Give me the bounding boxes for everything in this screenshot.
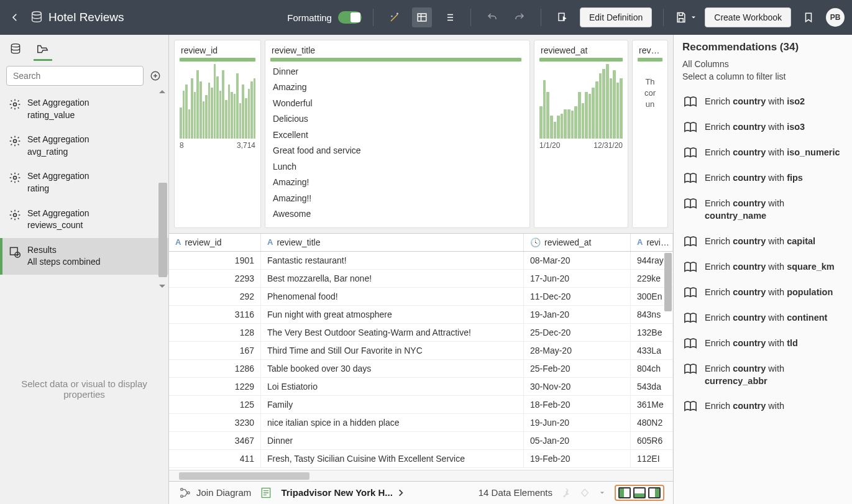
undo-button[interactable] xyxy=(482,7,502,27)
book-icon xyxy=(684,121,697,134)
save-button[interactable] xyxy=(675,11,697,24)
formatting-toggle[interactable] xyxy=(338,11,362,24)
top-bar: Hotel Reviews Formatting Edit Definition… xyxy=(0,0,852,35)
page-title: Hotel Reviews xyxy=(48,11,124,24)
recommendation-item[interactable]: Enrich country with fips xyxy=(682,165,843,191)
profile-review-id[interactable]: review_id 83,714 xyxy=(174,40,261,228)
dataset-title: Hotel Reviews xyxy=(30,11,124,24)
table-row[interactable]: 1901Fantastic restaurant!08-Mar-20944ray xyxy=(169,252,673,270)
database-icon xyxy=(30,11,44,24)
table-row[interactable]: 1286Table booked over 30 days25-Feb-2080… xyxy=(169,360,673,378)
table-row[interactable]: 1229Loi Estiatorio30-Nov-20543da xyxy=(169,378,673,396)
recommendation-item[interactable]: Enrich country with tld xyxy=(682,331,843,356)
column-header-review-title[interactable]: Areview_title xyxy=(261,234,524,251)
column-header-reviewed-at[interactable]: 🕓reviewed_at xyxy=(524,234,631,251)
steps-tab[interactable] xyxy=(35,41,51,57)
column-header-review-id[interactable]: Areview_id xyxy=(169,234,261,251)
table-row[interactable]: 3230nice italian spice in a hidden place… xyxy=(169,414,673,432)
table-row[interactable]: 3116Fun night with great atmosphere19-Ja… xyxy=(169,306,673,324)
formatting-toggle-wrap: Formatting xyxy=(287,11,362,24)
main-content: review_id 83,714 review_title DinnerAmaz… xyxy=(169,35,673,504)
book-icon xyxy=(684,236,697,248)
chevron-right-icon xyxy=(396,488,405,497)
create-workbook-button[interactable]: Create Workbook xyxy=(705,7,791,27)
svg-point-12 xyxy=(181,495,183,498)
edit-definition-button[interactable]: Edit Definition xyxy=(580,7,652,27)
table-row[interactable]: 292Phenomenal food!11-Dec-20300En xyxy=(169,288,673,306)
chevron-down-icon xyxy=(690,14,697,21)
svg-point-7 xyxy=(14,176,17,180)
table-row[interactable]: 125Family18-Feb-20361Me xyxy=(169,396,673,414)
search-input[interactable] xyxy=(6,66,144,86)
truncated-note: Thcorun xyxy=(633,64,667,123)
table-row[interactable]: 3467Dinner05-Jan-20605R6 xyxy=(169,432,673,450)
pin-icon[interactable] xyxy=(561,488,571,498)
recommendation-item[interactable]: Enrich country with capital xyxy=(682,229,843,254)
recommendation-item[interactable]: Enrich country with population xyxy=(682,280,843,305)
user-avatar[interactable]: PB xyxy=(826,8,845,27)
table-view-button[interactable] xyxy=(412,7,432,27)
table-row[interactable]: 411Fresh, Tasty Sicilian Cuisine With Ex… xyxy=(169,450,673,468)
left-sidebar: Set Aggregationrating_valueSet Aggregati… xyxy=(0,35,169,504)
toggle-left-panel[interactable] xyxy=(618,487,631,498)
refresh-icon[interactable] xyxy=(580,488,590,498)
recommendation-item[interactable]: Enrich country with continent xyxy=(682,305,843,331)
toggle-right-panel[interactable] xyxy=(648,487,661,498)
gear-icon xyxy=(9,172,21,184)
book-icon xyxy=(684,363,697,375)
panel-layout-toggles xyxy=(615,485,664,501)
formatting-label: Formatting xyxy=(287,12,332,23)
svg-point-11 xyxy=(181,488,183,491)
dropdown-icon[interactable] xyxy=(598,489,606,497)
add-step-button[interactable] xyxy=(149,69,162,83)
book-icon xyxy=(684,96,697,108)
scroll-down-icon[interactable] xyxy=(158,283,166,290)
profile-reviewer[interactable]: review… Thcorun xyxy=(632,40,668,228)
dataset-breadcrumb[interactable]: Tripadvisor New York H... xyxy=(260,487,405,499)
scrollbar-thumb[interactable] xyxy=(664,253,672,311)
profile-reviewed-at[interactable]: reviewed_at 1/1/2012/31/20 xyxy=(534,40,628,228)
book-icon xyxy=(684,337,697,350)
redo-button[interactable] xyxy=(510,7,529,27)
recommendation-item[interactable]: Enrich country with iso2 xyxy=(682,89,843,114)
clock-icon: 🕓 xyxy=(530,237,541,247)
table-row[interactable]: 2293Best mozzarella, Bar none!17-Jun-202… xyxy=(169,270,673,288)
bookmark-button[interactable] xyxy=(799,7,818,27)
book-icon xyxy=(684,400,697,413)
table-row[interactable]: 128The Very Best Outdoor Seating-Warm an… xyxy=(169,324,673,342)
results-step[interactable]: ResultsAll steps combined xyxy=(0,238,168,275)
list-view-button[interactable] xyxy=(439,7,459,27)
recommendation-item[interactable]: Enrich country with country_name xyxy=(682,191,843,229)
recommendation-item[interactable]: Enrich country with xyxy=(682,393,843,419)
aggregation-step[interactable]: Set Aggregationrating xyxy=(0,164,168,201)
data-tab[interactable] xyxy=(7,41,24,57)
join-diagram-button[interactable]: Join Diagram xyxy=(178,487,251,498)
recommendation-item[interactable]: Enrich country with iso_numeric xyxy=(682,140,843,165)
horizontal-scrollbar[interactable] xyxy=(169,470,673,481)
scrollbar-thumb[interactable] xyxy=(158,183,167,277)
results-icon xyxy=(9,245,21,258)
toggle-bottom-panel[interactable] xyxy=(633,487,646,498)
aggregation-step[interactable]: Set Aggregationrating_value xyxy=(0,91,168,127)
aggregation-step[interactable]: Set Aggregationreviews_count xyxy=(0,201,168,238)
magic-wand-button[interactable] xyxy=(385,7,405,27)
bottom-toolbar: Join Diagram Tripadvisor New York H... 1… xyxy=(169,481,673,504)
recommendations-list[interactable]: Enrich country with iso2Enrich country w… xyxy=(682,89,843,419)
aggregation-step[interactable]: Set Aggregationavg_rating xyxy=(0,127,168,164)
gear-icon xyxy=(9,98,21,111)
back-button[interactable] xyxy=(7,10,22,25)
grid-body[interactable]: 1901Fantastic restaurant!08-Mar-20944ray… xyxy=(169,252,673,470)
recommendation-item[interactable]: Enrich country with iso3 xyxy=(682,114,843,140)
svg-point-13 xyxy=(188,492,190,494)
profile-review-title[interactable]: review_title DinnerAmazingWonderfulDelic… xyxy=(265,40,530,228)
column-header-reviewer[interactable]: Arevi… xyxy=(631,234,673,251)
recommendation-item[interactable]: Enrich country with currency_abbr xyxy=(682,356,843,394)
table-row[interactable]: 167Third Time and Still Our Favorite in … xyxy=(169,342,673,360)
export-button[interactable] xyxy=(552,7,572,27)
gear-icon xyxy=(9,209,21,221)
svg-rect-9 xyxy=(11,247,18,255)
svg-point-8 xyxy=(14,213,17,216)
book-icon xyxy=(684,172,697,185)
scroll-up-icon[interactable] xyxy=(158,88,166,94)
recommendation-item[interactable]: Enrich country with square_km xyxy=(682,254,843,280)
